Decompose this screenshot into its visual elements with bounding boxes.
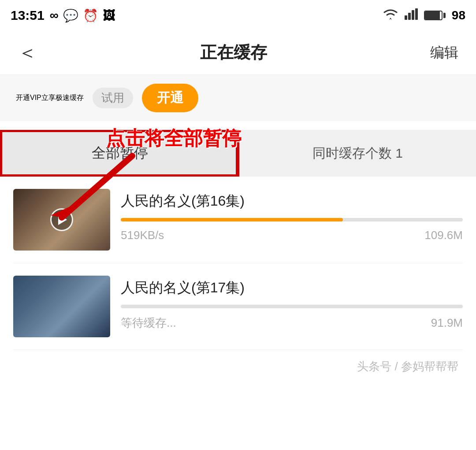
nav-bar: ＜ 正在缓存 编辑 [0, 31, 476, 75]
back-button[interactable]: ＜ [18, 40, 37, 66]
play-button-1[interactable] [50, 208, 73, 231]
video-thumbnail-1[interactable] [13, 189, 110, 251]
svg-rect-1 [408, 13, 411, 20]
progress-fill-1 [121, 218, 343, 221]
pause-all-button[interactable]: 全部暂停 [0, 130, 239, 177]
status-right-area: 98 [383, 8, 465, 23]
progress-bar-1 [121, 218, 463, 221]
battery-level: 98 [452, 8, 465, 22]
video-info-2: 人民的名义(第17集) 等待缓存... 91.9M [121, 276, 463, 331]
video-status-2: 等待缓存... [121, 315, 176, 331]
play-triangle-icon-1 [58, 214, 67, 225]
clock-icon: ⏰ [83, 8, 98, 23]
infinity-icon: ∞ [50, 8, 59, 22]
video-meta-2: 等待缓存... 91.9M [121, 315, 463, 331]
signal-icon [405, 8, 418, 23]
battery-icon [424, 11, 446, 20]
thumbnail-overlay-1 [13, 189, 110, 251]
vip-banner: 开通VIP立享极速缓存 试用 开通 [0, 75, 476, 121]
status-time-area: 13:51 ∞ 💬 ⏰ 🖼 [11, 8, 115, 23]
svg-rect-3 [415, 8, 418, 20]
video-thumbnail-2[interactable] [13, 276, 110, 337]
video-meta-1: 519KB/s 109.6M [121, 229, 463, 242]
message-icon: 💬 [63, 8, 78, 23]
video-list: 人民的名义(第16集) 519KB/s 109.6M 人民的名义(第17集) 等… [0, 177, 476, 350]
vip-trial-button[interactable]: 试用 [93, 88, 133, 108]
watermark-text: 头条号 / 参妈帮帮帮 [357, 360, 458, 373]
image-icon: 🖼 [103, 8, 115, 23]
vip-open-button[interactable]: 开通 [142, 84, 198, 112]
svg-rect-0 [405, 15, 407, 20]
video-item-2: 人民的名义(第17集) 等待缓存... 91.9M [13, 263, 463, 350]
wifi-icon [383, 8, 398, 23]
video-speed-1: 519KB/s [121, 229, 164, 242]
page-title: 正在缓存 [200, 41, 267, 64]
video-size-2: 91.9M [431, 316, 463, 330]
vip-text: 开通VIP立享极速缓存 [16, 93, 84, 103]
status-bar: 13:51 ∞ 💬 ⏰ 🖼 98 [0, 0, 476, 31]
video-item: 人民的名义(第16集) 519KB/s 109.6M [13, 177, 463, 263]
video-info-1: 人民的名义(第16集) 519KB/s 109.6M [121, 189, 463, 242]
time-display: 13:51 [11, 8, 45, 23]
svg-rect-2 [412, 10, 414, 20]
progress-bar-2 [121, 305, 463, 308]
video-title-1: 人民的名义(第16集) [121, 192, 463, 211]
thumbnail-overlay-2 [13, 276, 110, 337]
control-row: 全部暂停 同时缓存个数 1 [0, 130, 476, 177]
control-section: 点击将全部暂停 全部暂停 同时缓存个数 1 [0, 130, 476, 177]
video-title-2: 人民的名义(第17集) [121, 278, 463, 298]
control-row-wrapper: 全部暂停 同时缓存个数 1 [0, 130, 476, 177]
video-size-1: 109.6M [424, 229, 463, 242]
concurrent-button[interactable]: 同时缓存个数 1 [239, 132, 476, 175]
watermark: 头条号 / 参妈帮帮帮 [0, 350, 476, 387]
status-icons: ∞ 💬 ⏰ 🖼 [50, 8, 115, 23]
edit-button[interactable]: 编辑 [430, 43, 458, 63]
